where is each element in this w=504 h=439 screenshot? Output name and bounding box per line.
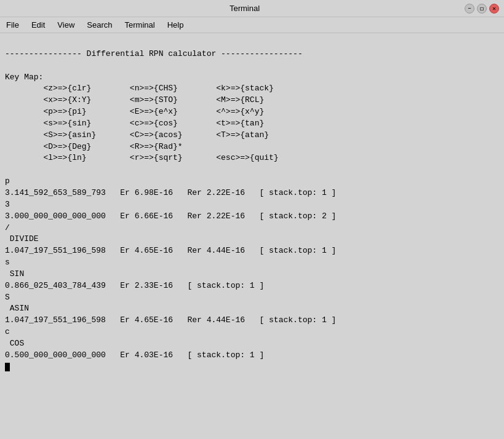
terminal-line: 0.500_000_000_000_000 Er 4.03E-16 [ stac…: [5, 350, 264, 360]
terminal-line: 3.141_592_653_589_793 Er 6.98E-16 Rer 2.…: [5, 188, 336, 197]
terminal-line: c: [5, 327, 10, 336]
terminal-line: 1.047_197_551_196_598 Er 4.65E-16 Rer 4.…: [5, 315, 336, 325]
terminal-line: <l>=>{ln} <r>=>{sqrt} <esc>=>{quit}: [5, 153, 279, 162]
title-bar: Terminal – ◻ ✕: [0, 0, 504, 17]
terminal-line: <s>=>{sin} <c>=>{cos} <t>=>{tan}: [5, 119, 264, 128]
terminal-line: COS: [5, 339, 24, 348]
restore-button[interactable]: ◻: [477, 4, 487, 14]
menu-item-file[interactable]: File: [4, 19, 22, 31]
terminal-line: Key Map:: [5, 73, 43, 82]
terminal-line: SIN: [5, 269, 24, 279]
terminal-line: ---------------- Differential RPN calcul…: [5, 49, 303, 58]
window-title: Terminal: [25, 4, 465, 13]
terminal-cursor-line: [5, 362, 10, 371]
terminal-line: <S>=>{asin} <C>=>{acos} <T>=>{atan}: [5, 130, 269, 140]
terminal-line: 0.866_025_403_784_439 Er 2.33E-16 [ stac…: [5, 281, 264, 290]
terminal-line: <z>=>{clr} <n>=>{CHS} <k>=>{stack}: [5, 84, 274, 93]
terminal-line: 1.047_197_551_196_598 Er 4.65E-16 Rer 4.…: [5, 246, 336, 255]
close-button[interactable]: ✕: [489, 4, 499, 14]
terminal-line: s: [5, 258, 10, 267]
menu-item-help[interactable]: Help: [165, 19, 186, 31]
terminal-line: <x>=>{X:Y} <m>=>{STO} <M>=>{RCL}: [5, 95, 264, 105]
terminal-line: DIVIDE: [5, 234, 39, 243]
terminal-line: ASIN: [5, 304, 29, 313]
terminal-line: p: [5, 176, 10, 186]
terminal-line: <D>=>{Deg} <R>=>{Rad}*: [5, 142, 183, 151]
terminal-output: ---------------- Differential RPN calcul…: [0, 33, 504, 439]
minimize-button[interactable]: –: [465, 4, 474, 14]
terminal-line: S: [5, 293, 10, 302]
menu-item-search[interactable]: Search: [84, 19, 114, 31]
terminal-line: 3: [5, 200, 10, 209]
window-controls-right: – ◻ ✕: [465, 4, 499, 14]
terminal-line: /: [5, 223, 10, 232]
menu-item-terminal[interactable]: Terminal: [122, 19, 158, 31]
menu-item-edit[interactable]: Edit: [29, 19, 47, 31]
terminal-cursor: [5, 363, 10, 371]
terminal-line: 3.000_000_000_000_000 Er 6.66E-16 Rer 2.…: [5, 212, 336, 221]
menu-item-view[interactable]: View: [55, 19, 77, 31]
terminal-line: <p>=>{pi} <E>=>{e^x} <^>=>{x^y}: [5, 107, 264, 116]
menu-bar: FileEditViewSearchTerminalHelp: [0, 17, 504, 33]
